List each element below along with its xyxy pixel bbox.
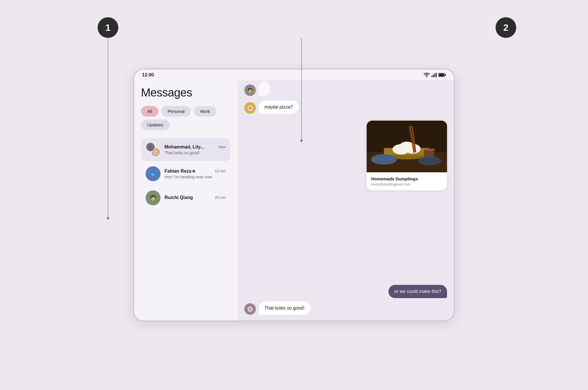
link-card-url: everydumplingever.com <box>371 182 442 186</box>
msg-avatar-top: 🧑 <box>244 84 256 96</box>
link-card-title: Homemade Dumplings <box>371 176 442 181</box>
svg-rect-4 <box>436 73 437 77</box>
svg-rect-3 <box>434 74 435 77</box>
conv-time-ruichi: 20 min <box>215 195 226 200</box>
messages-title: Messages <box>141 86 231 99</box>
battery-icon <box>438 73 446 77</box>
svg-rect-17 <box>424 149 434 157</box>
conversation-info-fabian: Fabian Reza 10 min Hey! I'm heading over… <box>165 169 226 179</box>
message-row-top-partial: 🧑 <box>244 82 447 96</box>
chat-panel: 🧑 🌸 maybe pizza? <box>237 80 454 321</box>
conversation-item-mohammad-lily[interactable]: 👤 🌸 Mohammad, Lily... Now That looks so … <box>141 138 231 161</box>
svg-rect-6 <box>439 74 444 76</box>
conv-name-row: Mohammad, Lily... Now <box>165 144 226 150</box>
msg-avatar-bottom: 🌸 <box>244 303 256 315</box>
avatar-fabian: 🧢 <box>146 166 160 181</box>
svg-rect-7 <box>445 74 446 76</box>
conv-preview-fabian: Hey! I'm heading over now <box>165 175 226 179</box>
status-time: 12:00 <box>142 72 154 78</box>
messages-panel: Messages All Personal Work Updates 👤 🌸 <box>134 80 237 321</box>
device-frame: 12:00 <box>133 69 455 321</box>
conversation-info-ruichi: Ruichi Qiang 20 min <box>165 195 226 201</box>
message-row-pizza: 🌸 maybe pizza? <box>244 101 447 114</box>
message-row-bottom-received: 🌸 That looks so good! <box>244 302 447 315</box>
annotation-badge-1: 1 <box>98 17 118 38</box>
msg-bubble-bottom: That looks so good! <box>259 302 310 315</box>
dumpling-illustration <box>367 121 447 172</box>
svg-point-19 <box>371 154 397 165</box>
conv-name-fabian: Fabian Reza <box>165 169 195 174</box>
conv-name-row-fabian: Fabian Reza 10 min <box>165 169 226 174</box>
avatar-ruichi: 🧑 <box>146 190 160 205</box>
filter-chip-updates[interactable]: Updates <box>141 119 170 130</box>
chat-messages: 🧑 🌸 maybe pizza? <box>237 80 454 285</box>
conv-name-row-ruichi: Ruichi Qiang 20 min <box>165 195 226 200</box>
signal-icon <box>432 73 437 77</box>
filter-chips: All Personal Work Updates <box>141 106 231 130</box>
online-dot-fabian <box>192 170 195 173</box>
filter-chip-work[interactable]: Work <box>194 106 216 117</box>
conv-name: Mohammad, Lily... <box>165 144 204 150</box>
conv-time: Now <box>218 145 226 149</box>
avatar-group-mohammad-lily: 👤 🌸 <box>146 142 160 157</box>
svg-rect-2 <box>433 74 434 77</box>
avatar-mohammad: 👤 <box>146 142 155 152</box>
annotation-badge-2: 2 <box>496 17 516 38</box>
link-card[interactable]: Homemade Dumplings everydumplingever.com <box>367 121 447 190</box>
bottom-message-area: or we could make this? 🌸 That looks so g… <box>237 285 454 321</box>
msg-bubble-sent: or we could make this? <box>388 285 447 298</box>
conversation-info-mohammad-lily: Mohammad, Lily... Now That looks so good… <box>165 144 226 155</box>
svg-point-22 <box>107 217 109 219</box>
msg-bubble-top-partial <box>259 82 270 96</box>
svg-point-20 <box>418 156 441 165</box>
conversation-list: 👤 🌸 Mohammad, Lily... Now That looks so … <box>141 138 231 209</box>
link-card-image <box>367 121 447 172</box>
svg-rect-1 <box>432 76 432 77</box>
message-row-sent: or we could make this? <box>244 285 447 298</box>
link-card-info: Homemade Dumplings everydumplingever.com <box>367 172 447 190</box>
conversation-item-fabian[interactable]: 🧢 Fabian Reza 10 min Hey! I'm heading ov… <box>141 162 231 185</box>
msg-avatar-lily: 🌸 <box>244 102 256 114</box>
conv-name-ruichi: Ruichi Qiang <box>165 195 193 200</box>
status-bar: 12:00 <box>134 69 454 80</box>
filter-chip-all[interactable]: All <box>141 106 158 117</box>
conv-preview: That looks so good! <box>165 150 226 155</box>
svg-rect-18 <box>423 149 435 150</box>
conv-time-fabian: 10 min <box>215 169 226 173</box>
svg-point-0 <box>426 76 427 77</box>
main-content: Messages All Personal Work Updates 👤 🌸 <box>134 80 454 321</box>
filter-chip-personal[interactable]: Personal <box>161 106 191 117</box>
status-icons <box>423 73 446 77</box>
msg-bubble-pizza: maybe pizza? <box>259 101 299 114</box>
wifi-icon <box>423 73 430 77</box>
conversation-item-ruichi[interactable]: 🧑 Ruichi Qiang 20 min <box>141 186 231 209</box>
